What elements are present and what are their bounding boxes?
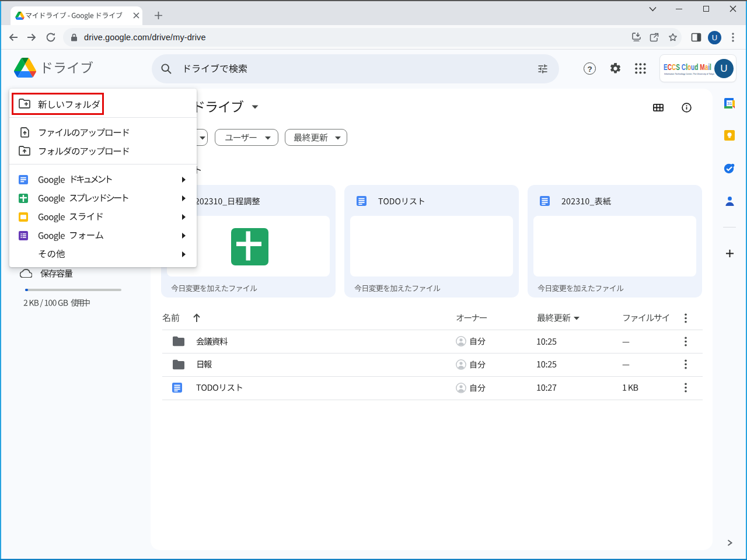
svg-text:31: 31: [727, 101, 732, 106]
